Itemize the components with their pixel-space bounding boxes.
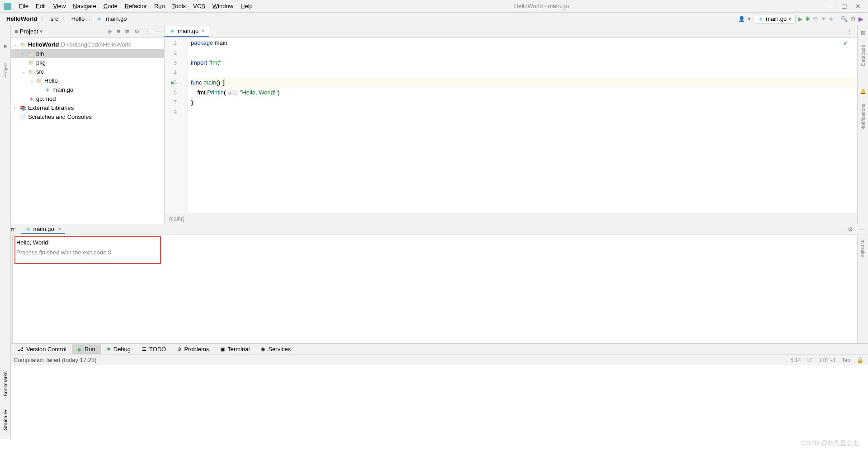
code-with-me-icon[interactable] <box>859 15 863 23</box>
menu-file[interactable]: File <box>15 1 32 11</box>
output-exit: Process finished with the exit code 0 <box>16 248 854 258</box>
editor-tab-label: main.go <box>178 28 198 34</box>
rail-notifications[interactable]: Notifications <box>860 103 866 131</box>
tree-folder-bin[interactable]: ›bin <box>11 49 164 58</box>
tree-folder-pkg[interactable]: pkg <box>11 58 164 67</box>
run-settings-icon[interactable] <box>848 226 853 233</box>
tree-external-libs[interactable]: ›External Libraries <box>11 103 164 112</box>
run-tab[interactable]: main.go ✕ <box>21 225 65 234</box>
coverage-button[interactable] <box>813 15 818 22</box>
line-ending[interactable]: LF <box>807 357 814 363</box>
panel-settings-icon[interactable] <box>134 28 140 35</box>
menu-refactor[interactable]: Refactor <box>121 1 151 11</box>
btab-services[interactable]: ◉Services <box>255 344 296 354</box>
menu-code[interactable]: Code <box>100 1 121 11</box>
window-title: HelloWorld - main.go <box>256 3 827 9</box>
line-number: 4 <box>165 68 177 78</box>
menu-run[interactable]: Run <box>151 1 169 11</box>
menu-vcs[interactable]: VCS <box>189 1 209 11</box>
menu-edit[interactable]: Edit <box>32 1 49 11</box>
go-file-icon <box>169 28 175 34</box>
hide-run-icon[interactable]: — <box>859 226 864 233</box>
rail-bookmarks[interactable]: Bookmarks <box>3 372 8 396</box>
profile-button[interactable] <box>821 15 826 22</box>
editor-tab-main[interactable]: main.go ✕ <box>165 26 209 37</box>
run-output[interactable]: Hello, World! Process finished with the … <box>13 235 857 343</box>
close-tab-icon[interactable]: ✕ <box>201 28 205 34</box>
tree-scratches[interactable]: Scratches and Consoles <box>11 112 164 121</box>
inspection-ok-icon[interactable]: ✔ <box>843 40 848 47</box>
project-panel-title: Project <box>20 28 38 35</box>
close-run-tab-icon[interactable]: ✕ <box>58 226 61 231</box>
run-tab-label: main.go <box>33 226 54 232</box>
line-number: 6 <box>165 88 177 98</box>
encoding[interactable]: UTF-8 <box>820 357 835 363</box>
minimize-button[interactable]: — <box>827 3 833 10</box>
watermark: CSDN @非凡星公主 <box>801 439 859 447</box>
breadcrumb-item[interactable]: main.go <box>104 14 128 23</box>
search-icon[interactable] <box>841 15 848 22</box>
output-line: Hello, World! <box>16 238 854 248</box>
locate-icon[interactable]: ⊕ <box>107 28 112 35</box>
line-number: 5▶ <box>165 78 177 88</box>
breadcrumb-item[interactable]: HelloWorld <box>5 14 39 23</box>
btab-todo[interactable]: ☰TODO <box>136 344 171 354</box>
btab-version-control[interactable]: ⎇Version Control <box>12 344 72 354</box>
app-icon <box>4 3 11 10</box>
tree-file-gomod[interactable]: go.mod <box>11 94 164 103</box>
menu-navigate[interactable]: Navigate <box>69 1 99 11</box>
rail-database[interactable]: Database <box>860 45 866 66</box>
rail-structure[interactable]: Structure <box>3 410 8 430</box>
breadcrumb: HelloWorld〉 src〉 Hello〉 main.go <box>5 14 129 23</box>
caret-position[interactable]: 5:14 <box>790 357 801 363</box>
close-button[interactable]: ✕ <box>855 3 861 10</box>
btab-debug[interactable]: ✱Debug <box>101 344 136 354</box>
tree-folder-hello[interactable]: ⌄Hello <box>11 76 164 85</box>
debug-button[interactable] <box>805 15 810 22</box>
tree-folder-src[interactable]: ⌄src <box>11 67 164 76</box>
go-file-icon <box>758 16 764 22</box>
line-number: 1 <box>165 38 177 48</box>
menu-help[interactable]: Help <box>237 1 256 11</box>
tree-project-root[interactable]: ⌄HelloWorldD:\GolangCode\HelloWorld <box>11 40 164 49</box>
menu-view[interactable]: View <box>49 1 69 11</box>
user-icon[interactable] <box>738 15 745 22</box>
menu-window[interactable]: Window <box>209 1 237 11</box>
line-number: 8 <box>165 108 177 118</box>
breadcrumb-item[interactable]: src <box>48 14 60 23</box>
breadcrumb-item[interactable]: Hello <box>70 14 87 23</box>
go-file-icon <box>96 16 102 22</box>
stop-button[interactable] <box>829 15 833 22</box>
editor-breadcrumb: main() <box>165 213 857 224</box>
collapse-icon[interactable]: ≢ <box>125 28 130 35</box>
run-button[interactable] <box>798 15 802 22</box>
hide-panel-icon[interactable]: — <box>155 28 160 35</box>
btab-problems[interactable]: ⊘Problems <box>171 344 214 354</box>
menu-tools[interactable]: Tools <box>169 1 189 11</box>
expand-icon[interactable]: ≡ <box>117 28 120 35</box>
gutter-run-icon[interactable]: ▶ <box>171 78 175 88</box>
panel-menu-icon[interactable]: ⋮ <box>144 28 150 35</box>
rail-project[interactable]: Project <box>3 62 8 78</box>
run-config-label: main.go <box>766 15 787 22</box>
btab-run[interactable]: Run <box>72 344 101 354</box>
go-file-icon <box>25 226 31 232</box>
status-lock-icon[interactable]: 🔒 <box>857 357 863 363</box>
indent[interactable]: Tab <box>842 357 850 363</box>
maximize-button[interactable]: ☐ <box>841 3 847 10</box>
btab-terminal[interactable]: ▣Terminal <box>214 344 255 354</box>
tree-file-main[interactable]: main.go <box>11 85 164 94</box>
run-configuration[interactable]: main.go ▾ <box>754 14 796 24</box>
settings-icon[interactable] <box>850 15 856 22</box>
code-editor[interactable]: package main import "fmt" func main() { … <box>188 38 857 213</box>
line-number: 7 <box>165 98 177 108</box>
line-number: 3 <box>165 58 177 68</box>
tabs-more-icon[interactable]: ⋮ <box>842 28 857 35</box>
status-message: Compilation failed (today 17:28) <box>14 357 97 363</box>
line-number: 2 <box>165 48 177 58</box>
